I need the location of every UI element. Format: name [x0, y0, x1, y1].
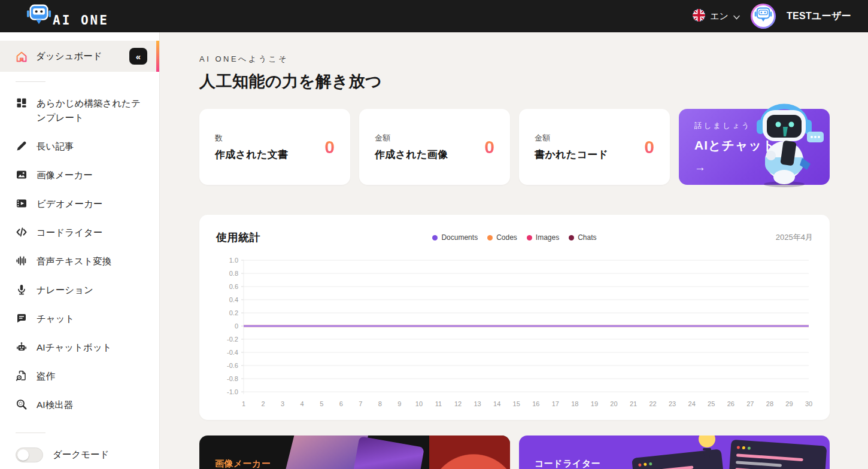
svg-text:23: 23	[669, 400, 676, 407]
svg-text:6: 6	[339, 400, 343, 407]
sidebar-item-ai-detector[interactable]: AI検出器	[0, 391, 159, 419]
svg-text:1.0: 1.0	[229, 257, 238, 264]
svg-text:-0.2: -0.2	[227, 336, 238, 343]
svg-text:12: 12	[454, 400, 462, 407]
legend-label: Codes	[496, 233, 517, 242]
sidebar-item-label: 画像メーカー	[37, 168, 93, 182]
sidebar-item-speech-to-text[interactable]: 音声テキスト変換	[0, 247, 159, 276]
svg-text:5: 5	[320, 400, 323, 407]
svg-text:11: 11	[435, 400, 442, 407]
legend-item-codes[interactable]: Codes	[487, 233, 517, 242]
top-header: AI ONE エン	[0, 0, 868, 32]
stat-value: 0	[644, 137, 654, 157]
brand-logo: AI ONE	[26, 3, 109, 29]
sidebar-divider	[16, 81, 45, 82]
legend-dot	[569, 235, 574, 240]
sidebar-item-video-maker[interactable]: ビデオメーカー	[0, 190, 159, 218]
chat-card-kicker: 話しましょう	[694, 121, 830, 131]
sidebar-collapse-button[interactable]: «	[129, 48, 147, 65]
sidebar-menu: あらかじめ構築されたテンプレート 長い記事 画像メーカー ビデオメーカー コード…	[0, 88, 159, 419]
promo-card-code-writer[interactable]: コードライター	[519, 436, 830, 469]
svg-text:9: 9	[397, 400, 401, 407]
legend-item-images[interactable]: Images	[527, 233, 559, 242]
svg-text:0: 0	[235, 322, 238, 330]
svg-text:0.6: 0.6	[229, 283, 238, 290]
stat-kicker: 金額	[375, 133, 448, 144]
image-icon	[16, 169, 28, 181]
sidebar-item-label: ナレーション	[37, 283, 93, 297]
home-icon	[16, 51, 28, 63]
svg-text:10: 10	[415, 400, 423, 407]
chat-card-title: AIとチャット	[694, 137, 830, 154]
svg-text:16: 16	[532, 400, 539, 407]
promo-title: コードライター	[535, 458, 830, 469]
svg-text:15: 15	[513, 400, 520, 407]
svg-text:26: 26	[727, 400, 735, 407]
svg-text:0.2: 0.2	[229, 309, 238, 316]
svg-text:0.4: 0.4	[229, 296, 238, 303]
username: TESTユーザー	[787, 10, 851, 23]
dark-mode-toggle[interactable]	[16, 447, 43, 462]
svg-text:21: 21	[630, 400, 637, 407]
arrow-right-icon: →	[694, 161, 830, 174]
sidebar-item-narration[interactable]: ナレーション	[0, 276, 159, 304]
sidebar-item-label: 音声テキスト変換	[37, 254, 111, 269]
dark-mode-toggle-row[interactable]: ダークモード	[0, 439, 159, 469]
usage-period: 2025年4月	[776, 232, 813, 243]
chat-bubble-icon	[16, 312, 28, 324]
stat-card-code: 金額 書かれたコード 0	[519, 109, 670, 185]
svg-text:29: 29	[785, 400, 793, 407]
microphone-icon	[16, 284, 28, 296]
svg-text:-0.6: -0.6	[227, 362, 238, 369]
stat-value: 0	[324, 137, 335, 157]
stat-label: 作成された文書	[215, 148, 288, 162]
stat-label: 作成された画像	[375, 148, 448, 162]
stat-kicker: 数	[215, 133, 288, 144]
svg-text:30: 30	[805, 400, 812, 407]
pen-icon	[16, 140, 28, 152]
svg-text:0.8: 0.8	[229, 270, 238, 277]
promo-card-image-maker[interactable]: 画像メーカー	[199, 436, 510, 469]
legend-dot	[432, 235, 438, 240]
legend-label: Documents	[441, 233, 478, 242]
sidebar-item-code-writer[interactable]: コードライター	[0, 218, 159, 247]
user-avatar[interactable]	[751, 4, 776, 29]
svg-text:2: 2	[261, 400, 265, 407]
language-selector[interactable]: エン	[693, 9, 740, 23]
legend-item-chats[interactable]: Chats	[569, 233, 596, 242]
svg-text:18: 18	[571, 400, 578, 407]
code-icon	[16, 226, 28, 238]
sidebar-item-label: コードライター	[37, 226, 102, 240]
sidebar-item-label: ビデオメーカー	[37, 197, 102, 211]
sidebar-item-image-maker[interactable]: 画像メーカー	[0, 161, 159, 190]
sidebar-item-plagiarism[interactable]: 盗作	[0, 362, 159, 391]
svg-text:7: 7	[359, 400, 362, 407]
legend-item-documents[interactable]: Documents	[432, 233, 478, 242]
stat-cards-row: 数 作成された文書 0 金額 作成された画像 0 金額 書かれたコード 0 話し…	[199, 109, 830, 185]
sidebar-item-ai-chatbot[interactable]: AIチャットボット	[0, 333, 159, 362]
svg-text:17: 17	[552, 400, 559, 407]
robot-logo-icon	[26, 3, 51, 29]
sidebar-item-dashboard[interactable]: ダッシュボード «	[0, 41, 159, 72]
svg-text:3: 3	[281, 400, 284, 407]
sidebar-item-templates[interactable]: あらかじめ構築されたテンプレート	[0, 89, 159, 132]
sidebar-item-label: AIチャットボット	[37, 340, 112, 355]
usage-chart: 1.00.80.60.40.20-0.2-0.4-0.6-0.8-1.01234…	[216, 254, 813, 413]
robot-icon	[16, 341, 28, 353]
sidebar-item-chat[interactable]: チャット	[0, 304, 159, 333]
stat-card-documents: 数 作成された文書 0	[199, 109, 350, 185]
legend-dot	[487, 235, 493, 240]
sidebar-item-label: あらかじめ構築されたテンプレート	[37, 96, 148, 125]
stat-label: 書かれたコード	[535, 148, 608, 162]
sidebar-item-label: ダッシュボード	[36, 50, 129, 63]
templates-icon	[16, 97, 28, 109]
detector-icon	[16, 398, 28, 410]
sidebar-item-label: チャット	[37, 312, 74, 326]
sidebar-item-long-article[interactable]: 長い記事	[0, 132, 159, 161]
page-title: 人工知能の力を解き放つ	[199, 71, 830, 92]
waveform-icon	[16, 255, 28, 267]
brand-name: AI ONE	[53, 14, 109, 29]
svg-text:19: 19	[591, 400, 598, 407]
sidebar: ダッシュボード « あらかじめ構築されたテンプレート 長い記事 画像メーカー ビ…	[0, 32, 160, 469]
chat-with-ai-card[interactable]: 話しましょう AIとチャット →	[679, 109, 830, 185]
